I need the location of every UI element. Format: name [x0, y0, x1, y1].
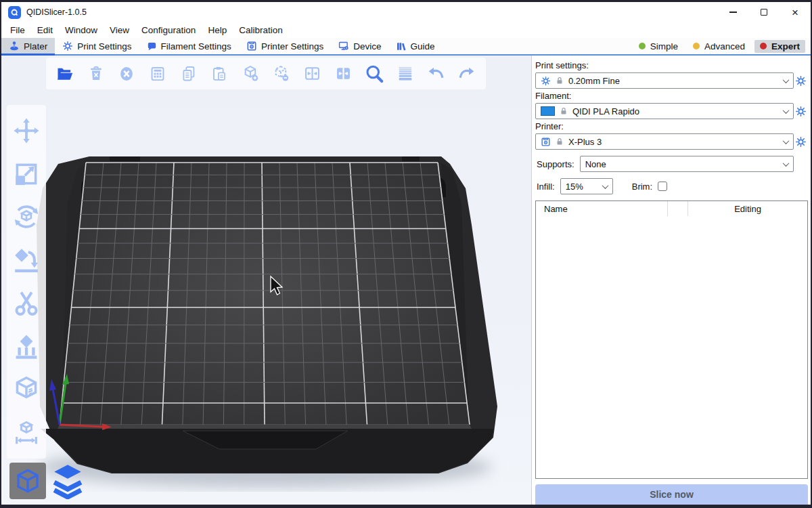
remove-instance-icon[interactable]	[269, 60, 294, 87]
mode-switcher: Simple Advanced Expert	[633, 38, 811, 54]
minimize-button[interactable]	[717, 2, 748, 22]
split-to-objects-icon[interactable]	[300, 60, 325, 87]
object-list-header: Name Editing	[536, 201, 807, 216]
view-toggles	[9, 463, 86, 499]
simple-dot-icon	[639, 43, 646, 49]
tab-print-settings[interactable]: Print Settings	[55, 38, 139, 54]
brim-label: Brim:	[632, 182, 652, 192]
maximize-button[interactable]	[748, 2, 780, 22]
3d-editor-view-icon[interactable]	[9, 463, 46, 499]
split-to-parts-icon[interactable]	[331, 60, 355, 87]
supports-label: Supports:	[537, 159, 574, 169]
open-file-icon[interactable]	[53, 60, 77, 87]
print-settings-label: Print settings:	[535, 60, 808, 70]
preview-view-icon[interactable]	[49, 463, 86, 499]
chevron-down-icon	[783, 137, 790, 144]
app-window: QIDISlicer-1.0.5 × File Edit Window View…	[1, 2, 811, 505]
printer-gear-button[interactable]	[794, 136, 808, 148]
advanced-dot-icon	[693, 43, 700, 49]
object-list-body[interactable]	[536, 216, 807, 478]
add-instance-icon[interactable]	[238, 60, 263, 87]
object-list: Name Editing	[535, 200, 808, 479]
chevron-down-icon	[602, 182, 608, 189]
print-bed-scene	[1, 56, 531, 505]
move-icon[interactable]	[10, 114, 43, 147]
variable-layer-height-icon[interactable]	[393, 60, 418, 87]
column-editing: Editing	[688, 201, 807, 216]
column-extruder	[668, 201, 688, 216]
menu-file[interactable]: File	[4, 25, 31, 35]
menu-configuration[interactable]: Configuration	[135, 25, 202, 35]
close-button[interactable]: ×	[780, 2, 811, 22]
3d-viewport[interactable]	[1, 56, 531, 505]
menu-view[interactable]: View	[104, 25, 135, 35]
mode-simple[interactable]: Simple	[633, 40, 683, 53]
cut-icon[interactable]	[10, 287, 43, 320]
tab-guide[interactable]: Guide	[388, 38, 442, 54]
slice-now-button[interactable]: Slice now	[535, 484, 808, 505]
rotate-icon[interactable]	[10, 200, 43, 233]
delete-icon[interactable]	[84, 60, 108, 87]
place-on-face-icon[interactable]	[10, 244, 43, 276]
print-settings-gear-icon	[62, 41, 73, 51]
filament-label: Filament:	[535, 91, 808, 101]
tab-printer-settings[interactable]: Printer Settings	[239, 38, 331, 54]
device-icon	[338, 41, 349, 51]
brim-checkbox[interactable]	[658, 182, 667, 191]
column-name: Name	[536, 201, 668, 216]
print-settings-combo[interactable]: 0.20mm Fine	[535, 72, 794, 89]
printer-icon	[246, 41, 257, 51]
mode-expert[interactable]: Expert	[754, 40, 805, 53]
undo-icon[interactable]	[424, 60, 448, 87]
measure-icon[interactable]	[10, 417, 43, 449]
filament-gear-button[interactable]	[794, 106, 808, 117]
menu-edit[interactable]: Edit	[31, 25, 59, 35]
menu-window[interactable]: Window	[59, 25, 104, 35]
guide-books-icon	[396, 41, 406, 51]
tab-filament-settings[interactable]: Filament Settings	[139, 38, 239, 54]
infill-combo[interactable]: 15%	[560, 178, 613, 194]
lock-icon	[560, 107, 568, 115]
filament-icon	[147, 41, 157, 51]
sidebar: Print settings: 0.20mm Fine	[531, 56, 811, 505]
filament-combo[interactable]: QIDI PLA Rapido	[535, 103, 794, 119]
search-icon[interactable]	[362, 60, 386, 87]
gear-icon	[541, 76, 551, 86]
printer-label: Printer:	[535, 121, 808, 131]
chevron-down-icon	[783, 160, 790, 167]
seam-painting-icon[interactable]	[10, 373, 43, 406]
printer-combo[interactable]: X-Plus 3	[535, 133, 794, 150]
chevron-down-icon	[783, 107, 790, 114]
chevron-down-icon	[783, 77, 790, 83]
lock-icon	[556, 77, 564, 85]
filament-color-swatch	[541, 106, 555, 116]
menu-calibration[interactable]: Calibration	[233, 25, 289, 35]
lock-icon	[556, 137, 564, 146]
delete-all-icon[interactable]	[114, 60, 139, 87]
arrange-icon[interactable]	[145, 60, 170, 87]
printer-icon	[541, 137, 551, 147]
scale-icon[interactable]	[10, 158, 43, 190]
menu-bar: File Edit Window View Configuration Help…	[1, 22, 811, 38]
infill-label: Infill:	[537, 182, 555, 192]
tab-bar: Plater Print Settings Filament Settings …	[1, 38, 811, 56]
redo-icon[interactable]	[455, 60, 479, 87]
print-settings-gear-button[interactable]	[794, 75, 808, 87]
paint-supports-icon[interactable]	[10, 331, 43, 363]
window-title: QIDISlicer-1.0.5	[26, 7, 87, 17]
copy-icon[interactable]	[177, 60, 201, 87]
app-logo-icon	[8, 6, 21, 19]
paste-icon[interactable]	[207, 60, 231, 87]
plater-top-toolbar	[46, 58, 486, 89]
plater-icon	[9, 41, 20, 51]
supports-combo[interactable]: None	[580, 156, 794, 172]
tab-plater[interactable]: Plater	[1, 38, 55, 54]
tab-device[interactable]: Device	[331, 38, 388, 54]
title-bar: QIDISlicer-1.0.5 ×	[1, 2, 811, 22]
mode-advanced[interactable]: Advanced	[687, 40, 750, 53]
expert-dot-icon	[760, 43, 767, 49]
menu-help[interactable]: Help	[202, 25, 233, 35]
gizmo-toolbar	[7, 105, 46, 459]
